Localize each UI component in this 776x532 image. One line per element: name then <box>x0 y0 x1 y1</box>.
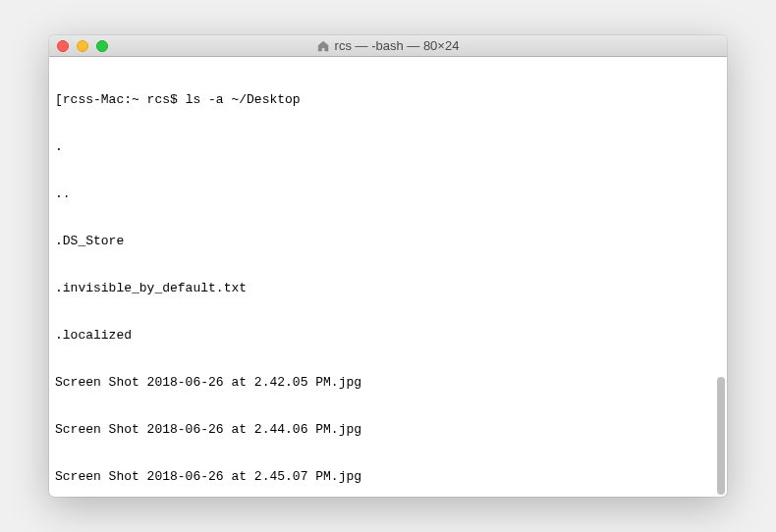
terminal-body[interactable]: [rcss-Mac:~ rcs$ ls -a ~/Desktop . .. .D… <box>49 57 727 497</box>
maximize-button[interactable] <box>96 40 108 52</box>
prompt: [rcss-Mac:~ rcs$ <box>55 92 186 107</box>
command-text: ls -a ~/Desktop <box>186 92 301 107</box>
output-line: .. <box>55 186 721 202</box>
traffic-lights <box>49 40 108 52</box>
terminal-line: [rcss-Mac:~ rcs$ ls -a ~/Desktop <box>55 92 721 108</box>
terminal-window: rcs — -bash — 80×24 [rcss-Mac:~ rcs$ ls … <box>49 35 727 497</box>
window-title-text: rcs — -bash — 80×24 <box>335 38 460 53</box>
scrollbar[interactable] <box>717 377 725 495</box>
output-line: . <box>55 139 721 155</box>
output-line: Screen Shot 2018-06-26 at 2.45.07 PM.jpg <box>55 469 721 485</box>
home-icon <box>317 40 330 52</box>
output-line: Screen Shot 2018-06-26 at 2.44.06 PM.jpg <box>55 422 721 438</box>
output-line: .localized <box>55 328 721 344</box>
titlebar[interactable]: rcs — -bash — 80×24 <box>49 35 727 57</box>
output-line: .invisible_by_default.txt <box>55 281 721 296</box>
window-title: rcs — -bash — 80×24 <box>317 38 460 53</box>
output-line: Screen Shot 2018-06-26 at 2.42.05 PM.jpg <box>55 375 721 391</box>
minimize-button[interactable] <box>77 40 88 52</box>
output-line: .DS_Store <box>55 234 721 249</box>
close-button[interactable] <box>57 40 69 52</box>
